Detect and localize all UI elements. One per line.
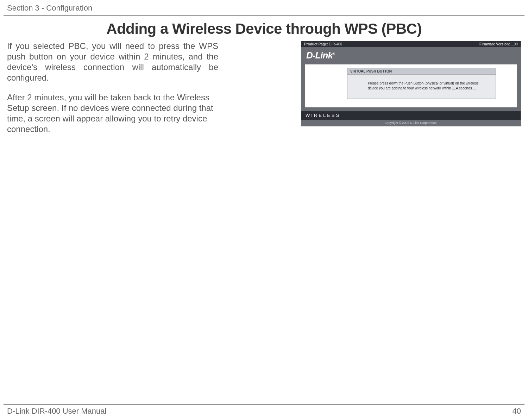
- panel-wrap: VIRTUAL PUSH BUTTON Please press down th…: [305, 64, 517, 102]
- product-page-label: Product Page:: [304, 42, 328, 46]
- product-page: Product Page: DIR-400: [304, 42, 342, 46]
- page-footer: D-Link DIR-400 User Manual 40: [0, 407, 528, 416]
- firmware-value: 1.00: [511, 42, 518, 46]
- virtual-push-button-panel: VIRTUAL PUSH BUTTON Please press down th…: [347, 68, 496, 99]
- firmware-version: Firmware Version: 1.00: [479, 42, 518, 46]
- dlink-logo: D-Link®: [306, 50, 335, 61]
- section-label: Section 3 - Configuration: [7, 4, 92, 12]
- router-ui-screenshot: Product Page: DIR-400 Firmware Version: …: [301, 41, 521, 126]
- router-ui-frame: Product Page: DIR-400 Firmware Version: …: [301, 41, 521, 126]
- product-page-value: DIR-400: [329, 42, 342, 46]
- router-topbar: Product Page: DIR-400 Firmware Version: …: [301, 41, 521, 47]
- page-number: 40: [513, 407, 521, 416]
- paragraph-2: After 2 minutes, you will be taken back …: [7, 92, 218, 134]
- panel-message: Please press down the Push Button (physi…: [368, 81, 486, 91]
- firmware-label: Firmware Version:: [479, 42, 510, 46]
- page-title: Adding a Wireless Device through WPS (PB…: [0, 20, 528, 37]
- router-copyright: Copyright © 2006 D-Link Corporation.: [301, 120, 521, 126]
- router-body: VIRTUAL PUSH BUTTON Please press down th…: [305, 64, 517, 107]
- panel-body: Please press down the Push Button (physi…: [347, 75, 496, 99]
- paragraph-1: If you selected PBC, you will need to pr…: [7, 41, 218, 83]
- manual-label: D-Link DIR-400 User Manual: [7, 407, 106, 416]
- content-row: If you selected PBC, you will need to pr…: [0, 41, 528, 144]
- panel-header: VIRTUAL PUSH BUTTON: [347, 68, 496, 75]
- section-header: Section 3 - Configuration: [0, 0, 528, 15]
- router-bottom-label: WIRELESS: [301, 111, 521, 120]
- body-text-column: If you selected PBC, you will need to pr…: [7, 41, 218, 144]
- footer-divider: [4, 404, 524, 405]
- registered-mark-icon: ®: [333, 52, 335, 56]
- header-divider: [4, 15, 524, 15]
- router-logo-bar: D-Link®: [301, 47, 521, 64]
